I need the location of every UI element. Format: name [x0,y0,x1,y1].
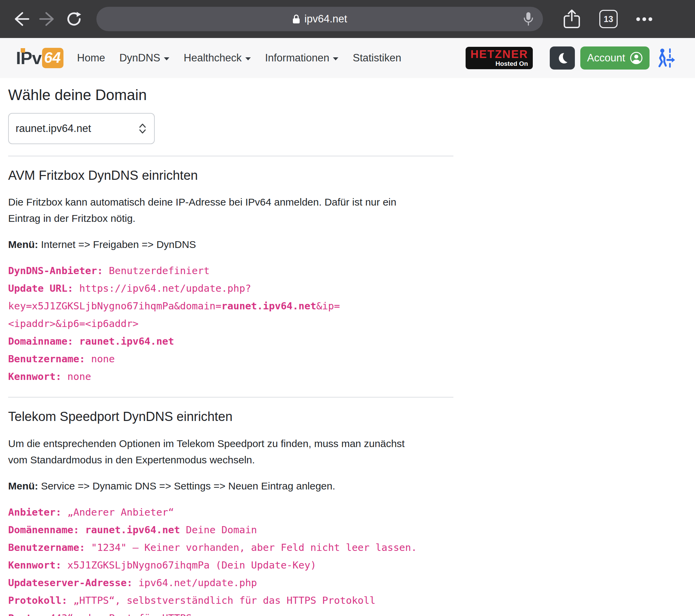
nav-item-label: Healthcheck [184,52,242,64]
code-block: DynDNS-Anbieter: BenutzerdefiniertUpdate… [8,262,453,385]
hetzner-hosted-on: Hosted On [470,61,528,67]
menu-path-line: Menü: Service => Dynamic DNS => Settings… [8,480,453,492]
nav-links: HomeDynDNSHealthcheckInformationenStatis… [77,52,401,64]
hetzner-logo-text: HETZNER [470,49,528,61]
guide-section: Telekom Speedport DynDNS einrichten Um d… [8,397,453,616]
mic-icon[interactable] [523,12,534,28]
code-line: key=x5J1ZGKSLjbNygno67ihqmPa&domain=raun… [8,297,453,315]
tab-count: 13 [604,14,613,24]
page-title: Wähle deine Domain [8,86,453,104]
browser-chrome: ipv64.net 13 [0,0,695,38]
logout-walk-button[interactable] [655,48,676,69]
code-line: <ipaddr>&ip6=<ip6addr> [8,315,453,332]
section-divider [8,397,453,397]
dot-icon [648,17,652,21]
chevron-down-icon [164,57,169,61]
menu-path-line: Menü: Internet => Freigaben => DynDNS [8,239,453,250]
share-icon [563,8,581,30]
chevron-down-icon [245,57,251,61]
domain-select[interactable]: raunet.ipv64.net [8,113,155,144]
screen: ipv64.net 13 [0,0,695,616]
lock-icon [292,14,300,24]
walk-out-icon [655,48,676,68]
nav-item-label: Statistiken [353,52,401,64]
page-content: Wähle deine Domain raunet.ipv64.net AVM … [0,78,453,616]
nav-item-informationen[interactable]: Informationen [265,52,339,64]
nav-item-home[interactable]: Home [77,52,105,64]
nav-item-label: Home [77,52,105,64]
back-button[interactable] [12,9,30,29]
code-line: Domänenname: raunet.ipv64.net Deine Doma… [8,521,453,539]
nav-item-label: Informationen [265,52,329,64]
code-block: Anbieter: „Anderer Anbieter“Domänenname:… [8,503,453,616]
reload-icon [66,11,83,28]
reload-button[interactable] [65,9,83,29]
code-line: Anbieter: „Anderer Anbieter“ [8,503,453,521]
nav-item-statistiken[interactable]: Statistiken [353,52,401,64]
code-line: Kennwort: x5J1ZGKSLjbNygno67ihqmPa (Dein… [8,556,453,574]
site-navbar: IPv 64 HomeDynDNSHealthcheckInformatione… [0,38,695,78]
code-line: Domainname: raunet.ipv64.net [8,332,453,350]
paragraph-line: Eintrag in der Fritzbox nötig. [8,210,453,227]
dot-icon [636,17,640,21]
dot-icon [642,17,646,21]
forward-arrow-icon [39,11,56,27]
code-line: Updateserver-Adresse: ipv64.net/update.p… [8,574,453,592]
moon-icon [556,52,569,65]
hetzner-badge[interactable]: HETZNER Hosted On [465,47,533,69]
menu-path: Internet => Freigaben => DynDNS [38,239,196,250]
paragraph-line: Die Fritzbox kann automatisch deine IP-A… [8,194,453,210]
select-chevrons-icon [138,123,147,134]
code-line: DynDNS-Anbieter: Benutzerdefiniert [8,262,453,279]
section-divider [8,156,453,156]
code-line: Protokoll: „HTTPS“, selbstverständlich f… [8,592,453,609]
more-menu-button[interactable] [634,17,654,21]
code-line: Kennwort: none [8,368,453,385]
menu-label: Menü: [8,239,38,250]
site-logo[interactable]: IPv 64 [16,48,64,68]
paragraph-line: vom Standardmodus in den Expertenmodus w… [8,452,453,468]
back-arrow-icon [12,11,30,27]
logo-dot [21,48,25,53]
section-title: Telekom Speedport DynDNS einrichten [8,409,453,425]
code-line: Port: „443“, der Port für HTTPS [8,609,453,616]
code-line: Benutzername: "1234" – Keiner vorhanden,… [8,539,453,556]
url-text: ipv64.net [304,13,347,25]
nav-item-label: DynDNS [119,52,160,64]
logo-text: IPv [16,49,41,67]
section-paragraph: Um die entsprechenden Optionen im Teleko… [8,435,453,468]
menu-label: Menü: [8,480,38,492]
share-button[interactable] [560,7,584,31]
chevron-down-icon [333,57,338,61]
paragraph-line: Um die entsprechenden Optionen im Teleko… [8,435,453,452]
code-line: Benutzername: none [8,350,453,368]
dark-mode-button[interactable] [550,47,575,70]
account-button[interactable]: Account [580,47,649,70]
code-line: Update URL: https://ipv64.net/update.php… [8,279,453,297]
forward-button[interactable] [39,9,56,29]
domain-select-value: raunet.ipv64.net [16,122,91,135]
section-paragraph: Die Fritzbox kann automatisch deine IP-A… [8,194,453,227]
logo-badge: 64 [42,48,64,68]
nav-item-healthcheck[interactable]: Healthcheck [184,52,251,64]
person-circle-icon [630,52,643,65]
url-bar[interactable]: ipv64.net [96,7,543,31]
menu-path: Service => Dynamic DNS => Settings => Ne… [38,480,335,492]
section-title: AVM Fritzbox DynDNS einrichten [8,168,453,184]
tabs-button[interactable]: 13 [599,10,617,28]
guide-section: AVM Fritzbox DynDNS einrichten Die Fritz… [8,156,453,386]
nav-item-dyndns[interactable]: DynDNS [119,52,170,64]
account-label: Account [587,52,625,64]
